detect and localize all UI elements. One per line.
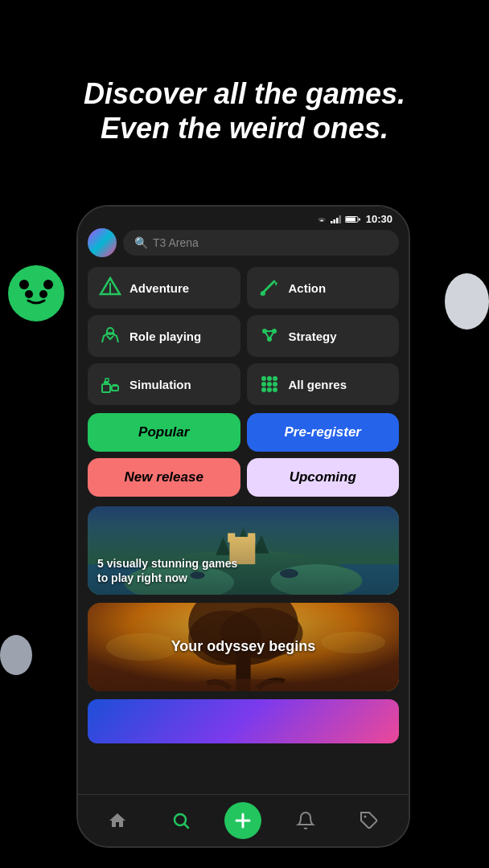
- nav-tag[interactable]: [350, 805, 388, 837]
- strategy-icon: [257, 323, 282, 349]
- filter-grid: Popular Pre-register New release Upcomin…: [88, 413, 399, 497]
- nav-add-btn[interactable]: [224, 802, 261, 839]
- card2-text: Your odyssey begins: [171, 637, 316, 656]
- svg-point-31: [267, 382, 272, 387]
- feature-card-1[interactable]: 5 visually stunning gamesto play right n…: [88, 506, 399, 595]
- decoration-blob-white2: [0, 635, 32, 675]
- phone-content: 🔍 T3 Arena Adventure: [78, 228, 409, 743]
- svg-point-29: [273, 376, 277, 381]
- allgenres-icon: [257, 371, 282, 397]
- genre-btn-allgenres[interactable]: All genres: [247, 363, 400, 405]
- svg-point-30: [261, 382, 266, 387]
- status-icons: [316, 215, 361, 223]
- decoration-blob-white: [445, 273, 489, 330]
- svg-point-27: [261, 376, 266, 381]
- svg-line-21: [269, 331, 274, 339]
- roleplay-icon: [97, 323, 123, 349]
- header-section: Discover all the games. Even the weird o…: [0, 76, 489, 145]
- genre-btn-adventure[interactable]: Adventure: [88, 267, 240, 309]
- svg-line-58: [184, 825, 188, 829]
- search-icon: 🔍: [134, 236, 148, 249]
- nav-home[interactable]: [98, 805, 137, 837]
- svg-point-28: [267, 376, 272, 381]
- user-avatar[interactable]: [88, 228, 117, 257]
- filter-upcoming-btn[interactable]: Upcoming: [247, 458, 400, 497]
- search-nav-icon: [171, 811, 191, 830]
- tag-icon: [360, 811, 379, 830]
- wifi-icon: [316, 215, 327, 223]
- svg-point-14: [261, 291, 265, 296]
- adventure-label: Adventure: [129, 281, 189, 295]
- svg-rect-5: [339, 215, 341, 223]
- status-time: 10:30: [366, 213, 392, 225]
- svg-point-0: [25, 290, 33, 298]
- allgenres-label: All genres: [289, 378, 347, 391]
- decoration-blob-green: [8, 265, 64, 321]
- home-icon: [108, 811, 127, 830]
- battery-icon: [345, 215, 361, 223]
- svg-point-35: [273, 387, 277, 392]
- filter-popular-btn[interactable]: Popular: [88, 413, 240, 452]
- card1-text: 5 visually stunning gamesto play right n…: [97, 557, 237, 584]
- svg-marker-13: [274, 281, 277, 286]
- search-input[interactable]: 🔍 T3 Arena: [123, 230, 399, 256]
- phone-frame: 10:30 🔍 T3 Arena Adventure: [76, 205, 410, 848]
- svg-point-1: [39, 290, 47, 298]
- genre-btn-action[interactable]: Action: [247, 267, 400, 309]
- genre-btn-simulation[interactable]: Simulation: [88, 363, 240, 405]
- strategy-label: Strategy: [289, 330, 337, 343]
- svg-point-33: [261, 387, 266, 392]
- svg-rect-4: [336, 218, 339, 223]
- filter-newrelease-label: New release: [125, 469, 203, 485]
- search-text: T3 Arena: [153, 236, 199, 249]
- adventure-icon: [97, 275, 123, 301]
- filter-upcoming-label: Upcoming: [290, 469, 356, 485]
- svg-rect-7: [346, 217, 355, 221]
- roleplaying-label: Role playing: [129, 330, 201, 343]
- action-label: Action: [289, 281, 327, 295]
- simulation-label: Simulation: [129, 378, 191, 391]
- genre-btn-strategy[interactable]: Strategy: [247, 315, 400, 357]
- headline: Discover all the games. Even the weird o…: [0, 76, 489, 145]
- svg-point-34: [267, 387, 272, 392]
- nav-bell[interactable]: [286, 805, 325, 837]
- svg-rect-24: [105, 379, 109, 382]
- simulation-icon: [97, 371, 123, 397]
- feature-card-2[interactable]: Your odyssey begins: [88, 603, 399, 691]
- svg-rect-2: [331, 221, 333, 223]
- filter-preregister-btn[interactable]: Pre-register: [247, 413, 400, 452]
- bottom-nav: [78, 794, 409, 846]
- search-bar: 🔍 T3 Arena: [88, 228, 399, 257]
- action-icon: [257, 275, 282, 301]
- svg-rect-3: [333, 219, 335, 223]
- nav-search[interactable]: [162, 805, 200, 837]
- svg-line-20: [265, 331, 269, 339]
- svg-rect-8: [359, 218, 360, 220]
- bell-icon: [296, 811, 315, 830]
- filter-newrelease-btn[interactable]: New release: [88, 458, 240, 497]
- genre-grid: Adventure Action: [88, 267, 399, 405]
- status-bar: 10:30: [78, 207, 409, 228]
- svg-rect-26: [113, 384, 117, 387]
- preview-card-partial[interactable]: [88, 699, 399, 743]
- add-icon: [233, 811, 253, 830]
- genre-btn-roleplaying[interactable]: Role playing: [88, 315, 240, 357]
- filter-preregister-label: Pre-register: [285, 424, 361, 440]
- svg-rect-22: [102, 384, 110, 392]
- svg-point-32: [273, 382, 277, 387]
- signal-icon: [331, 215, 342, 223]
- filter-popular-label: Popular: [138, 424, 189, 440]
